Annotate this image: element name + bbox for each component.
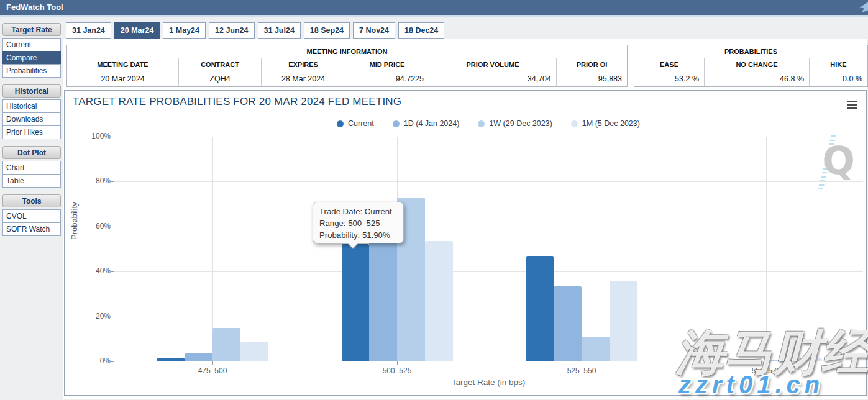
legend-label: 1M (5 Dec 2023) (582, 119, 640, 128)
bar-1m-500–525[interactable] (425, 241, 453, 361)
bar-1w-525–550[interactable] (582, 337, 610, 361)
y-tick-mark (111, 227, 114, 227)
sidebar-section-dot-plot: Dot PlotChartTable (2, 146, 61, 188)
sidebar-item-sofr-watch[interactable]: SOFR Watch (2, 222, 61, 236)
tooltip-trade-date: Trade Date: Current (319, 206, 397, 217)
sidebar-header-dot-plot: Dot Plot (2, 146, 61, 159)
sidebar-item-historical[interactable]: Historical (2, 99, 61, 113)
bar-1m-525–550[interactable] (610, 281, 637, 361)
sidebar-item-chart[interactable]: Chart (2, 161, 61, 175)
site-watermark-url: zzrt01.cn (678, 371, 824, 399)
legend-item-1d[interactable]: 1D (4 Jan 2024) (393, 119, 460, 128)
probabilities-title: PROBABILITIES (634, 45, 867, 58)
legend-dot-icon (393, 120, 400, 127)
y-tick-mark (111, 361, 114, 362)
sidebar-header-historical: Historical (2, 84, 61, 98)
col-header-expires: EXPIRES (262, 58, 345, 71)
tab-31-jul24[interactable]: 31 Jul24 (258, 22, 301, 39)
sidebar-item-current[interactable]: Current (2, 38, 61, 52)
meeting-info-header-row: MEETING DATECONTRACTEXPIRESMID PRICEPRIO… (67, 58, 627, 71)
cell-mid-price: 94.7225 (345, 71, 429, 86)
gridline-y-100 (114, 137, 863, 137)
bar-current-525–550[interactable] (526, 256, 554, 361)
tab-18-sep24[interactable]: 18 Sep24 (304, 22, 350, 39)
tooltip-range: Range: 500–525 (319, 217, 397, 229)
faint-horizontal-line (114, 304, 863, 304)
tab-18-dec24[interactable]: 18 Dec24 (398, 22, 444, 39)
y-tick-mark (111, 181, 114, 182)
sidebar-item-downloads[interactable]: Downloads (2, 112, 61, 126)
chart-legend: Current1D (4 Jan 2024)1W (29 Dec 2023)1M… (114, 119, 863, 128)
sidebar-header-tools: Tools (2, 194, 61, 207)
probabilities-table: PROBABILITIES EASENO CHANGEHIKE 53.2 %46… (634, 45, 868, 87)
bar-1w-475–500[interactable] (212, 328, 240, 361)
sidebar-header-target-rate: Target Rate (2, 23, 61, 36)
col-header-prior-oi: PRIOR OI (557, 58, 627, 71)
sidebar-item-probabilities[interactable]: Probabilities (2, 64, 61, 78)
sidebar-section-historical: HistoricalHistoricalDownloadsPrior Hikes (2, 84, 61, 139)
legend-item-current[interactable]: Current (337, 119, 374, 128)
cell-hike: 0.0 % (810, 71, 867, 86)
sidebar-item-compare[interactable]: Compare (2, 51, 61, 65)
meeting-info-title: MEETING INFORMATION (67, 45, 627, 58)
gridline-x-1 (212, 137, 213, 361)
x-tick-mark (212, 361, 213, 365)
gridline-y-40 (114, 271, 863, 272)
sidebar-item-prior-hikes[interactable]: Prior Hikes (2, 125, 61, 139)
bar-1d-475–500[interactable] (185, 353, 212, 361)
legend-dot-icon (571, 120, 578, 127)
sidebar-item-cvol[interactable]: CVOL (2, 209, 61, 223)
legend-label: 1W (29 Dec 2023) (489, 119, 552, 128)
col-header-prior-volume: PRIOR VOLUME (429, 58, 557, 71)
x-tick-label-1: 475–500 (185, 366, 240, 375)
y-tick-mark (111, 271, 114, 272)
bar-1d-525–550[interactable] (554, 286, 582, 361)
col-header-hike: HIKE (810, 58, 867, 71)
cell-no-change: 46.8 % (705, 71, 810, 86)
bar-current-475–500[interactable] (157, 358, 185, 361)
y-tick-label-20: 20% (82, 312, 111, 320)
hamburger-menu-icon[interactable] (847, 101, 857, 109)
chart-tooltip: Trade Date: Current Range: 500–525 Proba… (313, 202, 404, 243)
y-tick-label-0: 0% (82, 357, 111, 365)
gridline-y-20 (114, 317, 863, 317)
tab-1-may24[interactable]: 1 May24 (163, 22, 206, 39)
x-tick-label-3: 525–550 (554, 366, 610, 375)
y-tick-mark (111, 137, 114, 137)
x-tick-label-2: 500–525 (369, 366, 425, 375)
legend-item-1m[interactable]: 1M (5 Dec 2023) (571, 119, 640, 128)
sidebar-section-tools: ToolsCVOLSOFR Watch (2, 194, 61, 236)
col-header-contract: CONTRACT (179, 58, 262, 71)
legend-label: 1D (4 Jan 2024) (404, 119, 460, 128)
legend-dot-icon (478, 120, 485, 127)
app-header: FedWatch Tool (0, 0, 868, 15)
tab-7-nov24[interactable]: 7 Nov24 (353, 22, 395, 39)
y-tick-label-100: 100% (82, 132, 111, 140)
probabilities-value-row: 53.2 %46.8 %0.0 % (634, 71, 867, 86)
tab-31-jan24[interactable]: 31 Jan24 (66, 22, 111, 39)
y-tick-mark (111, 317, 114, 317)
cell-meeting-date: 20 Mar 2024 (67, 71, 179, 86)
quikstrike-logo-watermark: Q (811, 138, 856, 186)
col-header-meeting-date: MEETING DATE (67, 58, 179, 71)
gridline-y-60 (114, 227, 863, 227)
meeting-info-table: MEETING INFORMATION MEETING DATECONTRACT… (66, 45, 628, 87)
tab-12-jun24[interactable]: 12 Jun24 (209, 22, 255, 39)
meeting-info-value-row: 20 Mar 2024ZQH428 Mar 202494.722534,7049… (67, 71, 627, 86)
header-corner-icon (859, 2, 868, 12)
sidebar-item-table[interactable]: Table (2, 174, 61, 188)
legend-dot-icon (337, 120, 344, 127)
legend-item-1w[interactable]: 1W (29 Dec 2023) (478, 119, 552, 128)
x-tick-mark (582, 361, 582, 365)
bar-current-500–525[interactable] (342, 244, 370, 361)
app-title: FedWatch Tool (6, 2, 63, 12)
logo-q-letter: Q (822, 142, 855, 180)
chart-title: TARGET RATE PROBABILITIES FOR 20 MAR 202… (73, 96, 401, 108)
bar-1m-475–500[interactable] (240, 342, 268, 361)
sidebar: Target RateCurrentCompareProbabilitiesHi… (2, 23, 61, 243)
y-tick-label-80: 80% (82, 176, 111, 185)
cell-prior-volume: 34,704 (429, 71, 557, 86)
probabilities-header-row: EASENO CHANGEHIKE (634, 58, 867, 71)
cell-contract: ZQH4 (179, 71, 262, 86)
tab-20-mar24[interactable]: 20 Mar24 (114, 22, 160, 39)
